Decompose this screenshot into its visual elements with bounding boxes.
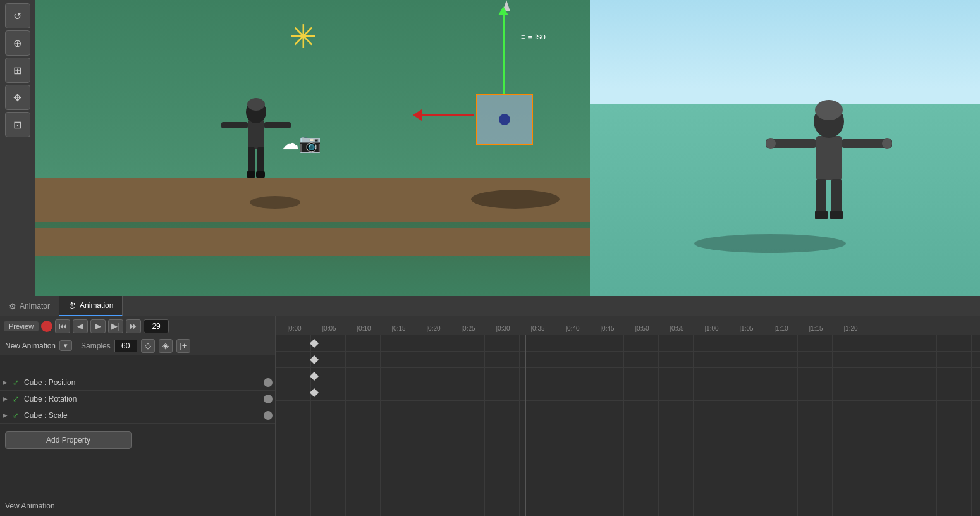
- tick-0-10: |0:10: [346, 325, 381, 332]
- tick-0-00: |0:00: [277, 325, 312, 332]
- animator-tab-icon: ⚙: [9, 302, 16, 311]
- step-forward-button[interactable]: ▶|: [108, 319, 123, 333]
- tick-0-40: |0:40: [555, 325, 590, 332]
- rect-tool-button[interactable]: ⊡: [5, 112, 30, 137]
- keyframe-scale[interactable]: [310, 388, 319, 397]
- tick-1-10: |1:10: [764, 325, 799, 332]
- transform-tool-button[interactable]: ⊕: [5, 30, 30, 56]
- tab-animator[interactable]: ⚙ Animator: [0, 296, 59, 316]
- step-back-button[interactable]: ◀: [73, 319, 88, 333]
- rotate-tool-button[interactable]: ↺: [5, 3, 30, 28]
- game-viewport: [590, 0, 980, 296]
- tab-animation[interactable]: ⏱ Animation: [59, 296, 123, 316]
- cube-dot: [499, 114, 510, 125]
- keyframe-rotation[interactable]: [310, 372, 319, 381]
- rotation-label: Cube : Rotation: [24, 395, 261, 403]
- property-cube-scale[interactable]: ▶ ⤢ Cube : Scale: [0, 407, 275, 424]
- new-animation-bar: New Animation ▾ Samples ◇ ◈ |+: [0, 336, 275, 355]
- skip-to-end-button[interactable]: ⏭: [126, 319, 141, 333]
- svg-point-11: [815, 100, 843, 120]
- svg-point-15: [882, 138, 892, 149]
- svg-rect-16: [816, 179, 826, 214]
- svg-rect-17: [831, 179, 842, 214]
- view-animation-label[interactable]: Vew Animation: [0, 494, 114, 516]
- tick-0-50: |0:50: [625, 325, 659, 332]
- iso-label: ≡ ≡ Iso: [521, 32, 546, 41]
- track-separator: [525, 335, 526, 516]
- svg-point-2: [247, 98, 265, 111]
- track-row-rotation: [276, 368, 980, 384]
- samples-label: Samples: [81, 341, 111, 350]
- position-icon: ⤢: [13, 378, 21, 387]
- ruler-marks: |0:00 |0:05 |0:10 |0:15 |0:20 |0:25 |0:3…: [276, 316, 868, 332]
- samples-input[interactable]: [114, 340, 137, 352]
- svg-point-14: [766, 138, 776, 149]
- selected-cube[interactable]: [476, 94, 533, 145]
- svg-rect-6: [257, 147, 264, 173]
- tick-1-05: |1:05: [729, 325, 764, 332]
- scale-dot: [264, 411, 273, 420]
- tick-0-30: |0:30: [486, 325, 520, 332]
- tab-bar: ⚙ Animator ⏱ Animation: [0, 296, 980, 316]
- property-cube-rotation[interactable]: ▶ ⤢ Cube : Rotation: [0, 391, 275, 407]
- character-right: [766, 76, 892, 228]
- controls-bar: Preview ⏮ ◀ ▶ ▶| ⏭ 29: [0, 316, 275, 336]
- animation-dropdown[interactable]: ▾: [59, 340, 72, 351]
- expand-arrow-position: ▶: [3, 379, 10, 386]
- svg-rect-0: [248, 120, 264, 149]
- tick-1-00: |1:00: [694, 325, 729, 332]
- scale-tool-button[interactable]: ⊞: [5, 58, 30, 83]
- cloud-camera-icon: ☁📷: [281, 133, 321, 154]
- keyframe-header[interactable]: [310, 339, 319, 348]
- move-tool-button[interactable]: ✥: [5, 85, 30, 110]
- expand-arrow-rotation: ▶: [3, 395, 10, 402]
- animation-tab-icon: ⏱: [68, 301, 77, 310]
- animation-panel: ⚙ Animator ⏱ Animation Preview ⏮ ◀ ▶ ▶| …: [0, 296, 980, 516]
- tick-0-35: |0:35: [520, 325, 555, 332]
- left-toolbar: ↺ ⊕ ⊞ ✥ ⊡: [0, 0, 35, 296]
- green-arrow-up: [503, 13, 505, 95]
- expand-arrow-scale: ▶: [3, 412, 10, 419]
- main-area: Preview ⏮ ◀ ▶ ▶| ⏭ 29 New Animation ▾ Sa…: [0, 316, 980, 516]
- add-property-button[interactable]: Add Property: [5, 431, 132, 449]
- property-cube-position[interactable]: ▶ ⤢ Cube : Position: [0, 374, 275, 391]
- svg-rect-4: [264, 122, 291, 128]
- svg-rect-3: [221, 122, 248, 128]
- record-button[interactable]: [41, 321, 52, 332]
- skip-to-start-button[interactable]: ⏮: [55, 319, 70, 333]
- tick-1-15: |1:15: [799, 325, 833, 332]
- empty-track-header: [0, 355, 275, 374]
- ruler-playhead: [314, 316, 314, 335]
- tick-0-05: |0:05: [312, 325, 346, 332]
- svg-rect-18: [815, 211, 828, 219]
- tick-1-20: |1:20: [833, 325, 868, 332]
- position-label: Cube : Position: [24, 378, 261, 387]
- add-keyframe-button[interactable]: ◈: [159, 339, 173, 353]
- play-button[interactable]: ▶: [90, 319, 106, 333]
- svg-rect-7: [247, 171, 255, 178]
- red-arrow: [417, 114, 474, 116]
- tick-0-25: |0:25: [451, 325, 486, 332]
- timeline-ruler: |0:00 |0:05 |0:10 |0:15 |0:20 |0:25 |0:3…: [276, 316, 980, 335]
- frame-input[interactable]: 29: [144, 319, 169, 333]
- diamond-icon-button[interactable]: ◇: [141, 339, 155, 353]
- svg-rect-19: [830, 211, 843, 219]
- timeline-area: |0:00 |0:05 |0:10 |0:15 |0:20 |0:25 |0:3…: [276, 316, 980, 516]
- timeline-tracks: [276, 335, 980, 516]
- svg-rect-9: [816, 136, 842, 180]
- svg-rect-8: [256, 171, 265, 178]
- tick-0-55: |0:55: [659, 325, 694, 332]
- green-arrowhead: [498, 6, 508, 15]
- keyframe-position[interactable]: [310, 355, 319, 364]
- new-animation-label: New Animation: [5, 341, 56, 350]
- sun-icon: ✳: [285, 18, 322, 56]
- character-left: [221, 85, 291, 187]
- cube-shadow: [471, 190, 560, 209]
- tick-0-20: |0:20: [416, 325, 451, 332]
- keyframe-nav-button[interactable]: |+: [176, 339, 190, 353]
- tick-0-15: |0:15: [381, 325, 416, 332]
- rotation-dot: [264, 395, 273, 403]
- scale-icon: ⤢: [13, 411, 21, 420]
- tick-0-45: |0:45: [590, 325, 625, 332]
- red-arrowhead: [413, 109, 422, 121]
